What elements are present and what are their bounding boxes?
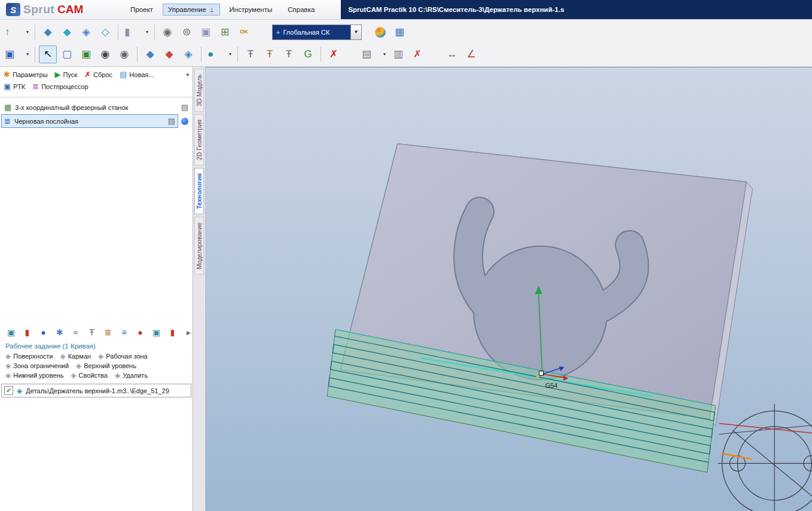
levels-icon[interactable]: ≣: [100, 325, 115, 339]
holder-icon[interactable]: ▮: [165, 325, 180, 339]
save-button-caret[interactable]: ▾: [26, 51, 29, 57]
tab-2d-geometry[interactable]: 2D Геометрия: [194, 114, 204, 166]
tab-3d-model[interactable]: 3D Модель: [194, 69, 204, 112]
surface-icon-7[interactable]: ◈: [179, 45, 197, 63]
job-button-1[interactable]: ◈Поверхности: [5, 353, 53, 360]
job-button-6[interactable]: ◈Нижний уровень: [5, 372, 63, 379]
select-cursor-button[interactable]: ↖: [39, 45, 57, 63]
toolbar-separator: [154, 25, 155, 40]
reset-button[interactable]: ✗Сброс: [84, 71, 112, 78]
start-button[interactable]: ▶Пуск: [55, 71, 78, 78]
stock-box-icon[interactable]: ▣: [197, 23, 215, 41]
toolbar-gap: [254, 32, 270, 32]
tab-technology[interactable]: Технология: [194, 168, 204, 215]
toolbar-separator: [35, 25, 35, 40]
menu-control[interactable]: Управление⊥: [163, 4, 220, 16]
tool-icon[interactable]: Ŧ: [84, 325, 99, 339]
postprocessor-icon: ≣: [32, 82, 39, 90]
copy-icon[interactable]: ▣: [149, 325, 164, 339]
viewport-3d[interactable]: G54: [206, 67, 812, 511]
skip-toolpath-icon[interactable]: ✗: [325, 45, 343, 63]
menu-project[interactable]: Проект: [124, 4, 159, 16]
feed-icon[interactable]: ●: [133, 325, 148, 339]
measure-caliper-icon[interactable]: ↔: [443, 45, 461, 63]
coordinate-system-combo[interactable]: +Глобальная СК ▼: [272, 25, 362, 40]
spindle-icon-glyph: ⊚: [182, 27, 191, 37]
surface-icon-2[interactable]: ◆: [58, 23, 76, 41]
snapshot-add-icon[interactable]: ◉: [115, 45, 133, 63]
export-doc-button-caret[interactable]: ▾: [383, 51, 386, 57]
parameters-button[interactable]: ✱Параметры: [4, 71, 48, 78]
settings-gear-icon[interactable]: ✱: [52, 325, 67, 339]
tool-params-icon[interactable]: Ŧ: [280, 45, 298, 63]
surface-icon-6-glyph: ◆: [165, 49, 173, 59]
operation-status-dot: [181, 118, 188, 125]
tree-row-roughing-operation[interactable]: ≣ Черновая послойная ▤: [1, 114, 178, 128]
roughing-layers-icon: ≣: [4, 117, 11, 125]
job-button-6-label: Нижний уровень: [13, 372, 63, 379]
remove-doc-icon[interactable]: ✗: [408, 45, 426, 63]
solid-sphere-icon-caret[interactable]: ▾: [229, 51, 231, 57]
new-operation-dropdown[interactable]: ▾: [186, 72, 189, 78]
postprocessor-label: Постпроцессор: [41, 83, 88, 90]
surface-icon-5[interactable]: ◆: [141, 45, 159, 63]
pin-icon[interactable]: ⊥: [209, 7, 215, 13]
job-button-8[interactable]: ◈Удалить: [115, 372, 148, 379]
fit-view-icon[interactable]: ▣: [77, 45, 95, 63]
new-operation-button[interactable]: ▤Новая...: [120, 71, 154, 78]
rotary-tool-icon[interactable]: ◉: [158, 23, 176, 41]
machine-simulation-icon[interactable]: ▦: [390, 23, 408, 41]
parameters-label: Параметры: [13, 71, 48, 78]
roughing-doc-icon[interactable]: ▤: [168, 117, 175, 126]
fixture-icon[interactable]: ⊞: [216, 23, 234, 41]
play-icon: ▶: [55, 71, 61, 78]
machine-doc-icon[interactable]: ▤: [181, 103, 188, 112]
geometry-list-item[interactable]: ✓ ◈ Деталь\Держатель верхний-1.m3..\Edge…: [1, 384, 191, 397]
load-model-button[interactable]: ↑▾: [2, 23, 31, 41]
stock-icon[interactable]: ▮: [20, 325, 35, 339]
ok-machine-icon[interactable]: OK: [235, 23, 253, 41]
axes-icon[interactable]: ∠: [462, 45, 480, 63]
curve-icon-glyph: ≈: [74, 328, 78, 336]
gcode-icon[interactable]: G: [299, 45, 317, 63]
surface-icon-4[interactable]: ◇: [96, 23, 114, 41]
job-button-2[interactable]: ◈Карман: [60, 353, 91, 360]
tree-row-machine[interactable]: ▦ 3-х координатный фрезерный станок ▤: [1, 100, 191, 114]
surface-icon-3[interactable]: ◈: [77, 23, 95, 41]
tool-params-icon-glyph: Ŧ: [286, 49, 292, 59]
cs-combo-dropdown[interactable]: ▼: [350, 25, 361, 39]
solid-sphere-icon[interactable]: ●▾: [205, 45, 234, 63]
surface-icon-6[interactable]: ◆: [160, 45, 178, 63]
more-arrow[interactable]: ▸: [181, 325, 193, 339]
shaded-view-icon[interactable]: [371, 23, 389, 41]
surface-icon-1[interactable]: ◆: [39, 23, 57, 41]
sphere-icon[interactable]: ●: [36, 325, 51, 339]
list-icon[interactable]: ≡: [117, 325, 132, 339]
report-icon[interactable]: ▥: [389, 45, 407, 63]
job-button-3[interactable]: ◈Рабочая зона: [98, 353, 148, 360]
postprocessor-button[interactable]: ≣Постпроцессор: [32, 82, 88, 90]
solid-cylinder-icon-caret[interactable]: ▾: [146, 29, 148, 35]
viewport-canvas[interactable]: G54: [206, 68, 812, 511]
solid-cylinder-icon[interactable]: ▮▾: [122, 23, 151, 41]
tool-icon-glyph: Ŧ: [89, 328, 94, 336]
job-button-7[interactable]: ◈Свойства: [71, 372, 108, 379]
tool-holder-icon[interactable]: Ŧ: [261, 45, 279, 63]
tab-simulation[interactable]: Моделирование: [194, 217, 204, 275]
job-button-5[interactable]: ◈Верхний уровень: [76, 362, 136, 369]
snapshot-camera-icon[interactable]: ◉: [96, 45, 114, 63]
export-doc-button[interactable]: ▤▾: [359, 45, 388, 63]
spindle-icon[interactable]: ⊚: [178, 23, 196, 41]
workpiece-icon[interactable]: ▣: [4, 325, 19, 339]
job-button-4[interactable]: ◈Зона ограничений: [5, 362, 69, 369]
menu-tools[interactable]: Инструменты: [224, 4, 279, 16]
curve-icon[interactable]: ≈: [68, 325, 83, 339]
tool-library-icon[interactable]: Ŧ: [242, 45, 260, 63]
menu-help[interactable]: Справка: [282, 4, 320, 16]
geometry-checkbox[interactable]: ✓: [4, 386, 13, 395]
geometry-item-label: Деталь\Держатель верхний-1.m3..\Edge_51_…: [26, 387, 169, 394]
load-model-button-caret[interactable]: ▾: [26, 29, 29, 35]
ptk-button[interactable]: ▣РТК: [4, 82, 25, 90]
marquee-select-icon[interactable]: ▢: [58, 45, 76, 63]
save-button[interactable]: ▣▾: [2, 45, 31, 63]
